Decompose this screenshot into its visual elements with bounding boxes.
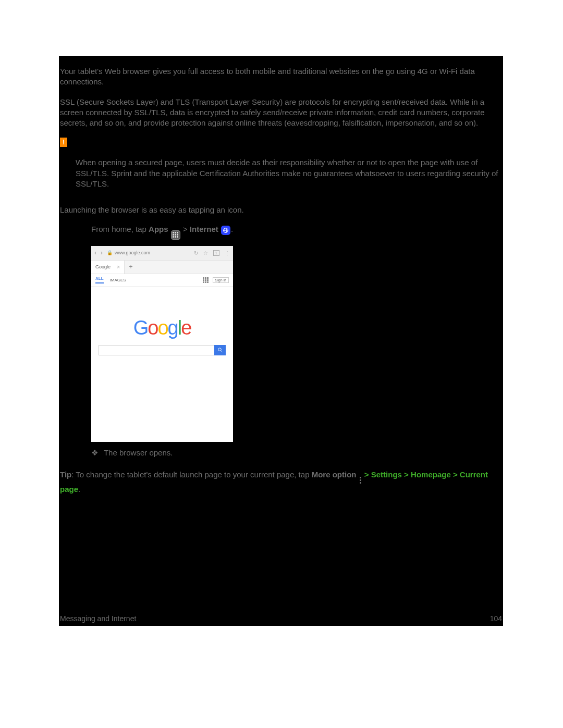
search-row [99, 345, 226, 355]
footer-page-number: 104 [490, 614, 502, 623]
tip-settings: Settings [371, 470, 402, 479]
close-tab-icon[interactable]: × [117, 264, 120, 270]
search-input[interactable] [99, 345, 214, 355]
instruction-suffix: . [231, 225, 233, 233]
page-footer: Messaging and Internet 104 [59, 614, 503, 623]
use-intro: Launching the browser is as easy as tapp… [60, 205, 502, 215]
nav-all[interactable]: ALL [95, 276, 104, 283]
more-icon[interactable]: ⋮ [225, 250, 230, 256]
tip-body: : To change the tablet's default launch … [71, 470, 311, 479]
back-icon[interactable]: ‹ [94, 249, 96, 256]
search-button[interactable] [214, 345, 226, 355]
svg-point-3 [218, 348, 221, 351]
google-logo: Google [133, 317, 191, 339]
tip-label: Tip [60, 470, 71, 479]
instruction-internet: Internet [190, 225, 218, 233]
refresh-icon[interactable]: ↻ [194, 250, 198, 256]
svg-line-4 [221, 351, 222, 352]
forward-icon[interactable]: › [101, 249, 103, 256]
tip-more-option: More option [312, 470, 357, 479]
tip-homepage: Homepage [411, 470, 451, 479]
logo-letter: o [148, 317, 157, 339]
signin-button[interactable]: Sign in [213, 277, 229, 283]
browser-screenshot: ‹ › 🔒 www.google.com ↻ ☆ 1 ⋮ Google × [91, 246, 233, 442]
result-text: The browser opens. [104, 448, 173, 457]
warning-row: ! [60, 138, 502, 147]
toolbar-right: ↻ ☆ 1 ⋮ [194, 250, 230, 256]
ss-tabbar: Google × + [91, 261, 233, 274]
more-option-icon [360, 477, 361, 484]
logo-letter: o [157, 317, 167, 339]
apps-grid-icon[interactable] [203, 277, 209, 283]
instruction-prefix: From home, tap [91, 225, 149, 233]
page-content: Your tablet's Web browser gives you full… [59, 66, 503, 626]
manual-page: Your tablet's Web browser gives you full… [59, 56, 503, 626]
instruction-apps: Apps [149, 225, 168, 233]
instruction-row: From home, tap Apps > Internet . [91, 225, 502, 240]
ss-body: Google [91, 287, 233, 442]
warning-text: When opening a secured page, users must … [76, 157, 502, 189]
tip-end: . [78, 485, 80, 493]
footer-left: Messaging and Internet [60, 614, 136, 623]
ssl-paragraph: SSL (Secure Sockets Layer) and TLS (Tran… [60, 97, 502, 129]
tab-label: Google [95, 264, 111, 269]
ss-toolbar: ‹ › 🔒 www.google.com ↻ ☆ 1 ⋮ [91, 246, 233, 261]
tip-sep2: > [402, 470, 411, 479]
instruction-mid: > [183, 225, 190, 233]
search-icon [217, 347, 223, 353]
star-icon[interactable]: ☆ [203, 250, 208, 256]
logo-letter: e [181, 317, 191, 339]
tip-paragraph: Tip: To change the tablet's default laun… [60, 469, 502, 495]
new-tab-button[interactable]: + [125, 261, 137, 274]
browser-tab[interactable]: Google × [91, 261, 125, 274]
address-bar[interactable]: 🔒 www.google.com [107, 250, 150, 255]
logo-letter: g [168, 317, 178, 339]
url-text: www.google.com [115, 250, 150, 255]
result-row: ❖ The browser opens. [91, 448, 502, 458]
google-nav: ALL IMAGES Sign in [91, 274, 233, 287]
logo-letter: G [133, 317, 148, 339]
nav-images[interactable]: IMAGES [110, 278, 126, 282]
warning-icon: ! [60, 138, 67, 147]
apps-icon [171, 230, 180, 240]
tip-sep1: > [364, 470, 371, 479]
lock-icon: 🔒 [107, 250, 113, 255]
warning-block: When opening a secured page, users must … [60, 157, 502, 189]
intro-paragraph: Your tablet's Web browser gives you full… [60, 66, 502, 88]
tabs-icon[interactable]: 1 [213, 250, 219, 256]
bullet-icon: ❖ [91, 448, 96, 458]
tip-sep3: > [451, 470, 460, 479]
internet-icon [221, 226, 230, 235]
